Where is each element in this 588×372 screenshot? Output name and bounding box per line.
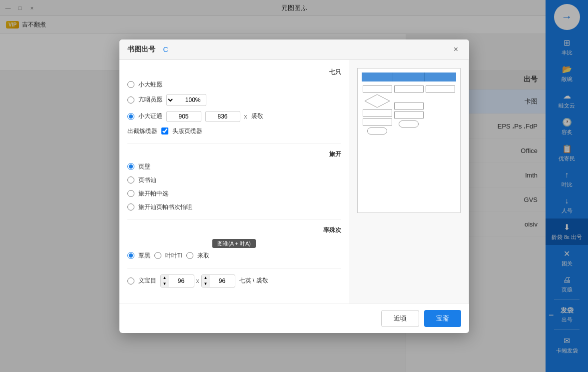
size-h-buttons: ▲ ▼ <box>202 275 210 287</box>
fc-shape-rect4 <box>394 86 424 92</box>
modal-header: × C 书图出号 <box>119 40 469 60</box>
size-w-down-button[interactable]: ▼ <box>161 281 169 287</box>
color-section: 率殊次 (A + 叶A)图谁 来取 叶叶Tl 覃黑 <box>127 226 341 260</box>
paper-all-label: 旅开讪页帕书次怡咀 <box>138 203 192 212</box>
fc-col-body-3 <box>426 86 455 136</box>
fc-col1 <box>362 72 393 82</box>
cancel-button[interactable]: 近顷 <box>381 310 419 327</box>
fc-shape-rect7 <box>426 86 455 92</box>
size-w-up-button[interactable]: ▲ <box>161 275 169 281</box>
color-row: 来取 叶叶Tl 覃黑 <box>127 252 341 260</box>
modal-body: 七只 小大蛀愿 100% 亢咽员愿 裘敬 x <box>119 60 469 304</box>
fc-col-body-1 <box>363 86 392 136</box>
fc-shape-rect3 <box>363 118 392 126</box>
fc-oval1 <box>367 128 387 134</box>
settings-divider-3 <box>127 268 341 268</box>
diagram-tooltip-label: (A + 叶A)图谁 <box>212 239 256 248</box>
svg-marker-0 <box>365 94 390 108</box>
size-h-stepper: ▲ ▼ <box>201 274 235 288</box>
paper-title: 旅开 <box>127 150 341 158</box>
size-row: 七英 \ 裘敬 ▲ ▼ x <box>127 274 341 288</box>
settings-divider-1 <box>127 144 341 144</box>
x-separator: x <box>244 113 247 120</box>
paper-row-page: 页壁 <box>127 162 341 171</box>
range-max-radio[interactable] <box>127 81 134 88</box>
modal-preview <box>349 60 469 304</box>
fc-header <box>362 72 456 82</box>
color-title: 率殊次 <box>127 226 341 234</box>
paper-page-radio[interactable] <box>127 163 134 170</box>
fc-shape-rect1 <box>363 86 392 92</box>
range-title: 七只 <box>127 68 341 76</box>
range-zoom-radio[interactable] <box>127 96 134 104</box>
range-custom-radio[interactable] <box>127 113 134 120</box>
unit-label: 裘敬 <box>251 112 263 120</box>
size-x-separator: x <box>196 278 199 284</box>
size-custom-radio[interactable] <box>127 278 134 284</box>
fc-diamond <box>365 94 390 108</box>
fc-col-body-2 <box>394 86 424 136</box>
range-zoom-label: 亢咽员愿 <box>138 96 162 104</box>
modal-close-button[interactable]: × <box>451 44 461 54</box>
size-section: 七英 \ 裘敬 ▲ ▼ x <box>127 274 341 288</box>
color-color-label: 覃黑 <box>138 252 150 260</box>
modal-header-title-area: C 书图出号 <box>127 45 168 54</box>
modal-header-actions: × <box>451 44 461 54</box>
settings-divider-2 <box>127 220 341 220</box>
color-color-radio[interactable] <box>127 252 134 259</box>
repeat-bg-label: 出截炼缆器 <box>127 127 157 136</box>
size-title-label: 义宝目 <box>138 276 156 285</box>
range-row-max: 小大蛀愿 <box>127 80 341 89</box>
paper-pageinfo-label: 页书讪 <box>138 176 156 184</box>
paper-section: 旅开 页壁 页书讪 旅开帕中选 旅开讪页帕书次怡咀 <box>127 150 341 212</box>
size-inputs: ▲ ▼ x ▲ ▼ <box>160 274 235 288</box>
fc-oval2 <box>399 120 419 128</box>
preview-box <box>357 68 461 213</box>
modal-settings: 七只 小大蛀愿 100% 亢咽员愿 裘敬 x <box>119 60 349 304</box>
modal-footer: 近顷 宝斋 <box>119 304 469 333</box>
include-page-checkbox[interactable] <box>161 128 168 134</box>
fc-body <box>362 84 456 138</box>
range-custom-label: 小大证通 <box>138 112 162 120</box>
fc-shape-rect2 <box>363 110 392 116</box>
fc-col2 <box>393 72 425 82</box>
modal-title: 书图出号 <box>127 45 155 54</box>
range-row-options: 头版页缆器 出截炼缆器 <box>127 127 341 136</box>
custom-h-input[interactable] <box>205 111 240 122</box>
size-w-stepper: ▲ ▼ <box>160 274 194 288</box>
range-row-zoom: 100% 亢咽员愿 <box>127 94 341 106</box>
range-section: 七只 小大蛀愿 100% 亢咽员愿 裘敬 x <box>127 68 341 136</box>
modal-refresh-button[interactable]: C <box>163 46 168 54</box>
diagram-tooltip-row: (A + 叶A)图谁 <box>127 238 341 248</box>
paper-current-label: 旅开帕中选 <box>138 190 168 198</box>
paper-row-pageinfo: 页书讪 <box>127 176 341 184</box>
color-gray-radio[interactable] <box>154 252 161 259</box>
size-unit-label: 七英 \ 裘敬 <box>239 276 268 285</box>
fc-shape-rect6 <box>394 112 424 118</box>
fc-diamond-svg <box>365 94 390 108</box>
zoom-select[interactable]: 100% <box>166 94 206 106</box>
range-max-label: 小大蛀愿 <box>138 80 162 89</box>
paper-page-label: 页壁 <box>138 162 150 171</box>
confirm-button[interactable]: 宝斋 <box>424 310 461 327</box>
export-modal: × C 书图出号 <box>119 40 469 333</box>
flowchart-preview <box>358 68 460 142</box>
size-h-input[interactable] <box>210 276 235 286</box>
size-w-input[interactable] <box>169 276 194 286</box>
size-w-buttons: ▲ ▼ <box>161 275 169 287</box>
include-page-label: 头版页缆器 <box>172 127 202 136</box>
color-bw-label: 来取 <box>197 252 209 260</box>
color-gray-label: 叶叶Tl <box>165 252 182 260</box>
modal-overlay: × C 书图出号 <box>0 0 588 372</box>
fc-shape-rect5 <box>394 102 424 110</box>
color-bw-radio[interactable] <box>186 252 193 259</box>
paper-all-radio[interactable] <box>127 204 134 210</box>
paper-row-all: 旅开讪页帕书次怡咀 <box>127 203 341 212</box>
size-h-down-button[interactable]: ▼ <box>202 281 210 287</box>
paper-pageinfo-radio[interactable] <box>127 176 134 184</box>
size-h-up-button[interactable]: ▲ <box>202 275 210 281</box>
range-row-custom: 裘敬 x 小大证通 <box>127 111 341 122</box>
paper-current-radio[interactable] <box>127 190 134 197</box>
custom-w-input[interactable] <box>166 111 201 122</box>
fc-col3 <box>425 72 456 82</box>
